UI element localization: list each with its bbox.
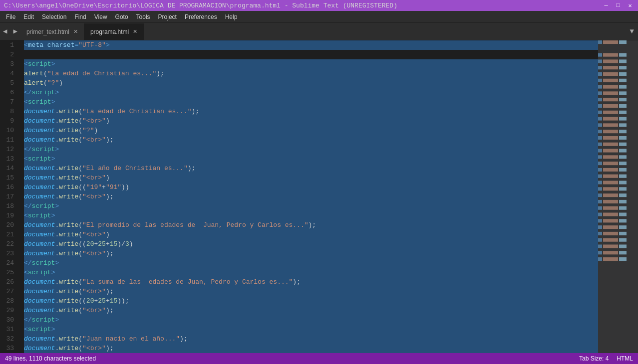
code-line-11: document.write("<br>"); bbox=[24, 135, 598, 145]
code-line-6: </script> bbox=[24, 88, 598, 97]
line-number-4: 4 bbox=[4, 69, 14, 78]
statusbar-right: Tab Size: 4 HTML bbox=[579, 355, 633, 362]
line-number-5: 5 bbox=[4, 78, 14, 88]
titlebar: C:\Users\angel\OneDrive\Escritorio\LOGIC… bbox=[0, 0, 638, 11]
code-line-1: <meta charset="UTF-8"> bbox=[24, 40, 598, 50]
code-line-5: alert("?") bbox=[24, 78, 598, 88]
line-number-10: 10 bbox=[4, 126, 14, 135]
line-number-26: 26 bbox=[4, 277, 14, 287]
tab-close-1[interactable]: ✕ bbox=[133, 28, 137, 35]
line-number-11: 11 bbox=[4, 135, 14, 145]
tab-primer-text[interactable]: primer_text.html ✕ bbox=[20, 23, 84, 40]
line-number-7: 7 bbox=[4, 97, 14, 107]
statusbar: 49 lines, 1110 characters selected Tab S… bbox=[0, 353, 638, 364]
code-line-27: document.write("<br>"); bbox=[24, 287, 598, 296]
line-number-17: 17 bbox=[4, 192, 14, 201]
code-line-25: <script> bbox=[24, 268, 598, 277]
line-number-12: 12 bbox=[4, 145, 14, 154]
line-number-33: 33 bbox=[4, 344, 14, 353]
titlebar-controls: ─ □ ✕ bbox=[602, 2, 634, 9]
line-number-28: 28 bbox=[4, 296, 14, 306]
menu-item-selection[interactable]: Selection bbox=[38, 12, 70, 21]
tabbar: ◀ ▶ primer_text.html ✕ programa.html ✕ ▼ bbox=[0, 23, 638, 40]
menu-item-file[interactable]: File bbox=[2, 12, 19, 21]
menu-item-find[interactable]: Find bbox=[70, 12, 90, 21]
line-numbers: 1234567891011121314151617181920212223242… bbox=[0, 40, 20, 353]
line-number-6: 6 bbox=[4, 88, 14, 97]
tab-label-1: programa.html bbox=[90, 28, 129, 35]
line-number-25: 25 bbox=[4, 268, 14, 277]
code-line-16: document.wrtie(("19"+"91")) bbox=[24, 182, 598, 192]
code-line-12: </script> bbox=[24, 145, 598, 154]
code-line-8: document.write("La edad de Christian es.… bbox=[24, 107, 598, 116]
titlebar-title: C:\Users\angel\OneDrive\Escritorio\LOGIC… bbox=[4, 2, 397, 9]
line-number-29: 29 bbox=[4, 306, 14, 315]
minimize-button[interactable]: ─ bbox=[602, 2, 610, 9]
menu-item-view[interactable]: View bbox=[90, 12, 111, 21]
code-line-9: document.write("<br>") bbox=[24, 116, 598, 126]
statusbar-left: 49 lines, 1110 characters selected bbox=[5, 355, 96, 362]
code-line-29: document.write("<br>"); bbox=[24, 306, 598, 315]
code-line-23: document.write("<br>"); bbox=[24, 249, 598, 258]
line-number-14: 14 bbox=[4, 164, 14, 173]
tab-nav-right[interactable]: ▶ bbox=[10, 22, 20, 40]
line-number-13: 13 bbox=[4, 154, 14, 164]
code-line-21: document.write("<br>") bbox=[24, 230, 598, 239]
status-selection: 49 lines, 1110 characters selected bbox=[5, 355, 96, 362]
line-number-1: 1 bbox=[4, 40, 14, 50]
menubar: FileEditSelectionFindViewGotoToolsProjec… bbox=[0, 11, 638, 23]
menu-item-tools[interactable]: Tools bbox=[132, 12, 154, 21]
line-number-3: 3 bbox=[4, 59, 14, 69]
code-line-30: </script> bbox=[24, 315, 598, 325]
line-number-21: 21 bbox=[4, 230, 14, 239]
code-line-2 bbox=[24, 50, 598, 59]
code-line-19: <script> bbox=[24, 211, 598, 220]
code-line-28: document.write((20+25+15)); bbox=[24, 296, 598, 306]
code-line-15: document.write("<br>") bbox=[24, 173, 598, 182]
status-lang[interactable]: HTML bbox=[617, 355, 633, 362]
code-line-22: document.wrtie((20+25+15)/3) bbox=[24, 239, 598, 249]
line-number-20: 20 bbox=[4, 220, 14, 230]
code-line-7: <script> bbox=[24, 97, 598, 107]
code-area[interactable]: <meta charset="UTF-8"> <script>alert("La… bbox=[20, 40, 598, 353]
code-line-17: document.write("<br>"); bbox=[24, 192, 598, 201]
close-button[interactable]: ✕ bbox=[626, 2, 634, 9]
line-number-22: 22 bbox=[4, 239, 14, 249]
code-line-14: document.write("El año de Christian es..… bbox=[24, 164, 598, 173]
minimap bbox=[598, 40, 638, 353]
line-number-31: 31 bbox=[4, 325, 14, 334]
code-line-26: document.write("La suma de las edades de… bbox=[24, 277, 598, 287]
tab-label-0: primer_text.html bbox=[26, 28, 69, 35]
menu-item-help[interactable]: Help bbox=[221, 12, 242, 21]
code-line-4: alert("La edad de Christian es..."); bbox=[24, 69, 598, 78]
code-line-3: <script> bbox=[24, 59, 598, 69]
line-number-23: 23 bbox=[4, 249, 14, 258]
maximize-button[interactable]: □ bbox=[614, 2, 622, 9]
code-line-32: document.write("Juan nacio en el año..."… bbox=[24, 334, 598, 344]
line-number-18: 18 bbox=[4, 201, 14, 211]
tab-scroll-end[interactable]: ▼ bbox=[626, 22, 638, 40]
code-line-13: <script> bbox=[24, 154, 598, 164]
code-line-33: document.write("<br>"); bbox=[24, 344, 598, 353]
line-number-2: 2 bbox=[4, 50, 14, 59]
line-number-9: 9 bbox=[4, 116, 14, 126]
menu-item-project[interactable]: Project bbox=[154, 12, 181, 21]
code-line-10: document.wrtie("?") bbox=[24, 126, 598, 135]
line-number-16: 16 bbox=[4, 182, 14, 192]
tab-close-0[interactable]: ✕ bbox=[73, 28, 78, 35]
code-line-24: </script> bbox=[24, 258, 598, 268]
tab-programa[interactable]: programa.html ✕ bbox=[84, 23, 144, 40]
menu-item-preferences[interactable]: Preferences bbox=[181, 12, 221, 21]
menu-item-edit[interactable]: Edit bbox=[19, 12, 38, 21]
code-line-18: </script> bbox=[24, 201, 598, 211]
line-number-19: 19 bbox=[4, 211, 14, 220]
line-number-32: 32 bbox=[4, 334, 14, 344]
tab-nav-left[interactable]: ◀ bbox=[0, 22, 10, 40]
status-tab-size[interactable]: Tab Size: 4 bbox=[579, 355, 609, 362]
code-line-20: document.write("El promedio de las edade… bbox=[24, 220, 598, 230]
editor: 1234567891011121314151617181920212223242… bbox=[0, 40, 638, 353]
code-line-31: <script> bbox=[24, 325, 598, 334]
line-number-15: 15 bbox=[4, 173, 14, 182]
line-number-8: 8 bbox=[4, 107, 14, 116]
menu-item-goto[interactable]: Goto bbox=[111, 12, 132, 21]
